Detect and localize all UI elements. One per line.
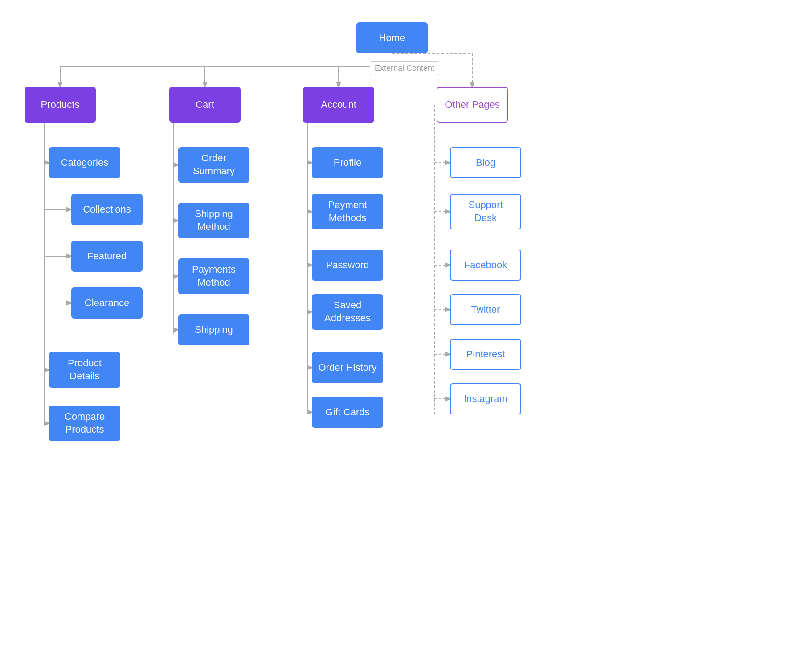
order-history-node: Order History (312, 352, 383, 383)
shipping-method-node: Shipping Method (178, 203, 249, 238)
gift-cards-node: Gift Cards (312, 397, 383, 428)
connector-lines (0, 0, 793, 672)
products-node: Products (25, 87, 96, 123)
password-node: Password (312, 250, 383, 281)
featured-node: Featured (71, 241, 143, 272)
twitter-node: Twitter (450, 294, 521, 325)
order-summary-node: Order Summary (178, 147, 249, 183)
payments-method-node: Payments Method (178, 258, 249, 294)
account-node: Account (303, 87, 374, 123)
pinterest-node: Pinterest (450, 339, 521, 370)
external-content-label: External Content (370, 61, 439, 75)
blog-node: Blog (450, 147, 521, 178)
other-pages-node: Other Pages (437, 87, 508, 123)
home-node: Home (356, 22, 428, 53)
categories-node: Categories (49, 147, 120, 178)
site-map-diagram: Home Products Cart Account Other Pages E… (0, 0, 793, 672)
compare-products-node: Compare Products (49, 406, 120, 441)
facebook-node: Facebook (450, 250, 521, 281)
profile-node: Profile (312, 147, 383, 178)
instagram-node: Instagram (450, 383, 521, 414)
clearance-node: Clearance (71, 287, 143, 319)
support-desk-node: Support Desk (450, 194, 521, 229)
payment-methods-node: Payment Methods (312, 194, 383, 229)
shipping-node: Shipping (178, 314, 249, 345)
collections-node: Collections (71, 194, 143, 225)
cart-node: Cart (169, 87, 241, 123)
saved-addresses-node: Saved Addresses (312, 294, 383, 330)
product-details-node: Product Details (49, 352, 120, 388)
